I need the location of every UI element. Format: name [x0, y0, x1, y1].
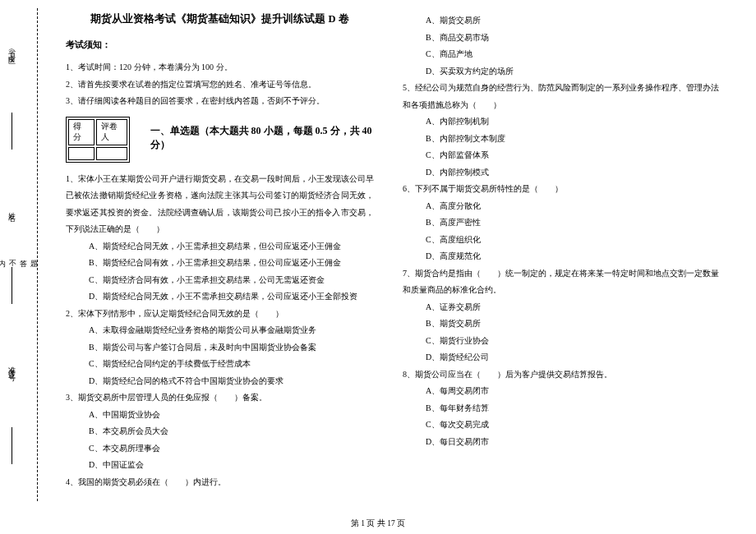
notice-heading: 考试须知： [66, 39, 374, 51]
left-column: 期货从业资格考试《期货基础知识》提升训练试题 D 卷 考试须知： 1、考试时间：… [45, 0, 390, 509]
question-option: A、中国期货业协会 [66, 407, 374, 424]
score-section-row: 得 分 评卷人 一、单选题（本大题共 80 小题，每题 0.5 分，共 40 分… [66, 110, 374, 167]
binding-underline [12, 267, 12, 304]
question-option: D、每日交易闭市 [403, 434, 719, 451]
right-column: A、期货交易所 B、商品交易市场 C、商品产地 D、买卖双方约定的场所 5、经纪… [390, 0, 735, 509]
question-option: D、期货经纪公司 [403, 349, 719, 366]
exam-title: 期货从业资格考试《期货基础知识》提升训练试题 D 卷 [66, 12, 374, 26]
binding-field-province: 省（市区） [7, 44, 17, 56]
grader-label: 评卷人 [96, 119, 127, 145]
score-blank [68, 147, 94, 160]
question-option: B、期货交易所 [403, 315, 719, 333]
question-option: B、高度严密性 [403, 214, 719, 232]
question-option: C、高度组织化 [403, 232, 719, 249]
notice-line: 1、考试时间：120 分钟，本卷满分为 100 分。 [66, 59, 374, 76]
question-option: D、高度规范化 [403, 248, 719, 265]
seal-char: 不 [7, 251, 18, 258]
notice-line: 3、请仔细阅读各种题目的回答要求，在密封线内答题，否则不予评分。 [66, 93, 374, 110]
binding-margin: 省（市区） 姓名 准考证号 题 答 不 内 线 封 密 [0, 0, 45, 509]
question-stem: 4、我国的期货交易必须在（ ）内进行。 [66, 474, 374, 491]
question-option: A、每周交易闭市 [403, 383, 719, 400]
question-option: A、证券交易所 [403, 299, 719, 316]
question-option: D、期货经纪合同的格式不符合中国期货业协会的要求 [66, 373, 374, 390]
question-option: D、中国证监会 [66, 457, 374, 474]
score-table: 得 分 评卷人 [66, 117, 130, 163]
question-option: A、高度分散化 [403, 198, 719, 215]
question-option: C、期货行业协会 [403, 333, 719, 350]
question-option: C、本交易所理事会 [66, 440, 374, 458]
question-option: D、内部控制模式 [403, 164, 719, 182]
question-option: D、期货经纪合同无效，小王不需承担交易结果，公司应返还小王全部投资 [66, 288, 374, 306]
question-option: A、内部控制机制 [403, 113, 719, 131]
binding-underline [12, 427, 12, 464]
notice-line: 2、请首先按要求在试卷的指定位置填写您的姓名、准考证号等信息。 [66, 76, 374, 94]
question-option: A、未取得金融期货经纪业务资格的期货公司从事金融期货业务 [66, 322, 374, 339]
question-stem: 7、期货合约是指由（ ）统一制定的，规定在将来某一特定时间和地点交割一定数量和质… [403, 265, 719, 299]
question-option: B、本交易所会员大会 [66, 423, 374, 440]
question-stem: 2、宋体下列情形中，应认定期货经纪合同无效的是（ ） [66, 306, 374, 323]
section-title: 一、单选题（本大题共 80 小题，每题 0.5 分，共 40 分） [150, 124, 374, 152]
question-option: C、每次交易完成 [403, 417, 719, 434]
question-option: C、内部监督体系 [403, 147, 719, 164]
question-stem: 6、下列不属于期货交易所特性的是（ ） [403, 181, 719, 198]
grader-blank [96, 147, 127, 160]
binding-seal-text: 题 答 不 内 线 封 密 [23, 8, 39, 501]
question-option: C、期货经济合同有效，小王需承担交易结果，公司无需返还资金 [66, 272, 374, 289]
seal-char: 题 [29, 251, 39, 258]
seal-char: 答 [18, 251, 29, 258]
binding-field-id: 准考证号 [7, 361, 17, 371]
question-option: A、期货经纪合同无效，小王需承担交易结果，但公司应返还小王佣金 [66, 238, 374, 255]
question-option: D、买卖双方约定的场所 [403, 63, 719, 81]
score-label: 得 分 [68, 119, 94, 145]
question-option: C、商品产地 [403, 46, 719, 63]
question-option: B、商品交易市场 [403, 30, 719, 47]
question-stem: 5、经纪公司为规范自身的经营行为、防范风险而制定的一系列业务操作程序、管理办法和… [403, 80, 719, 113]
page-footer: 第 1 页 共 17 页 [0, 518, 756, 529]
question-stem: 3、期货交易所中层管理人员的任免应报（ ）备案。 [66, 389, 374, 407]
question-stem: 1、宋体小王在某期货公司开户进行期货交易，在交易一段时间后，小王发现该公司早已被… [66, 171, 374, 238]
question-option: A、期货交易所 [403, 12, 719, 30]
binding-underline [12, 113, 12, 150]
question-option: C、期货经纪合同约定的手续费低于经营成本 [66, 356, 374, 373]
seal-char: 内 [0, 251, 7, 258]
question-option: B、每年财务结算 [403, 400, 719, 417]
question-stem: 8、期货公司应当在（ ）后为客户提供交易结算报告。 [403, 366, 719, 384]
question-option: B、期货经纪合同有效，小王需承担交易结果，但公司应返还小王佣金 [66, 255, 374, 272]
question-option: B、内部控制文本制度 [403, 131, 719, 148]
binding-field-name: 姓名 [7, 206, 17, 211]
question-option: B、期货公司与客户签订合同后，未及时向中国期货业协会备案 [66, 339, 374, 357]
